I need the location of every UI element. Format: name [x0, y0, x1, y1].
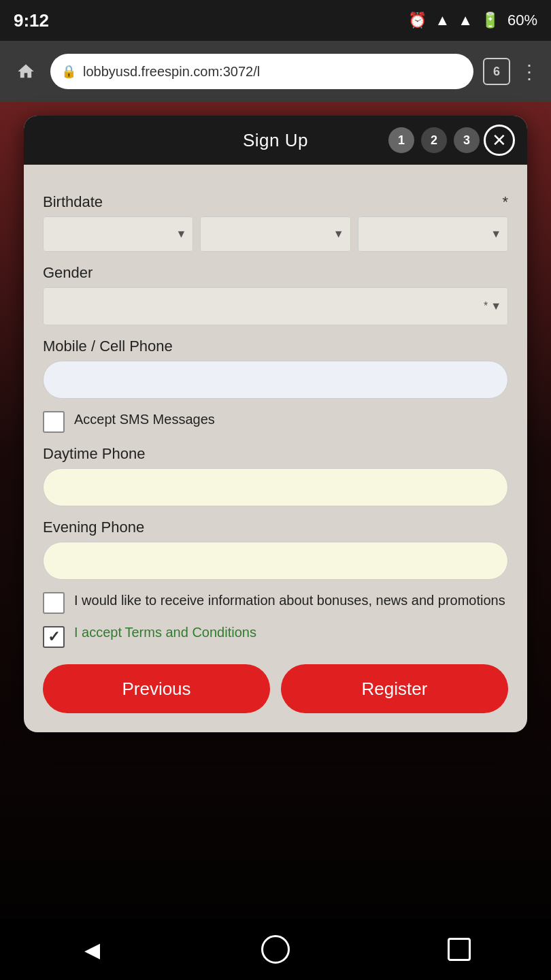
promotions-label: I would like to receive information abou… [74, 591, 505, 610]
close-button[interactable]: ✕ [484, 125, 515, 156]
home-nav-button[interactable] [255, 929, 296, 970]
terms-accept-text: I accept [74, 625, 122, 640]
signal-icon: ▲ [458, 12, 473, 29]
birthdate-row: JanFebMar AprMayJun JulAugSep OctNovDec … [43, 216, 508, 252]
birthdate-year-select[interactable] [358, 216, 508, 252]
terms-checkmark: ✓ [48, 628, 60, 646]
sms-checkbox[interactable] [43, 411, 65, 433]
birthdate-label: Birthdate [43, 193, 103, 211]
birthdate-year-wrapper: ▼ [358, 216, 508, 252]
birthdate-day-select[interactable] [200, 216, 350, 252]
bottom-nav: ◀ [0, 919, 551, 980]
status-time: 9:12 [14, 10, 49, 31]
tab-count-badge[interactable]: 6 [483, 58, 510, 85]
alarm-icon: ⏰ [408, 12, 427, 29]
gender-label: Gender [43, 264, 93, 282]
evening-phone-input[interactable] [43, 542, 508, 580]
menu-button[interactable]: ⋮ [520, 61, 540, 83]
recents-nav-square-icon [448, 938, 471, 961]
sms-label: Accept SMS Messages [74, 410, 215, 429]
wifi-icon: ▲ [435, 12, 450, 29]
home-button[interactable] [11, 56, 41, 86]
terms-link[interactable]: Terms and Conditions [125, 625, 256, 640]
sms-checkbox-row: Accept SMS Messages [43, 410, 508, 433]
gender-select[interactable]: Male Female Other [43, 287, 508, 325]
birthdate-month-select[interactable]: JanFebMar AprMayJun JulAugSep OctNovDec [43, 216, 193, 252]
modal-header: Sign Up 1 2 3 ✕ [24, 116, 527, 165]
battery-level: 60% [507, 12, 537, 29]
url-text: lobbyusd.freespin.com:3072/l [83, 64, 260, 80]
gender-select-wrapper: Male Female Other * ▼ [43, 287, 508, 325]
modal-body: Birthdate * JanFebMar AprMayJun JulAugSe… [24, 165, 527, 732]
background: Sign Up 1 2 3 ✕ Birthdate * [0, 102, 551, 980]
daytime-phone-input[interactable] [43, 468, 508, 506]
birthdate-required: * [502, 193, 508, 211]
status-icons: ⏰ ▲ ▲ 🔋 60% [408, 12, 537, 29]
lock-icon: 🔒 [61, 64, 76, 79]
promotions-checkbox[interactable] [43, 592, 65, 614]
step-3: 3 [454, 127, 480, 153]
birthdate-month-wrapper: JanFebMar AprMayJun JulAugSep OctNovDec … [43, 216, 193, 252]
register-button[interactable]: Register [281, 664, 508, 713]
mobile-label: Mobile / Cell Phone [43, 338, 173, 355]
previous-button[interactable]: Previous [43, 664, 270, 713]
gender-label-row: Gender [43, 264, 508, 282]
birthdate-label-row: Birthdate * [43, 193, 508, 211]
mobile-phone-input[interactable] [43, 361, 508, 399]
daytime-label-row: Daytime Phone [43, 445, 508, 463]
daytime-label: Daytime Phone [43, 445, 145, 463]
tab-count: 6 [493, 65, 500, 79]
modal-title: Sign Up [243, 130, 308, 151]
promotions-checkbox-row: I would like to receive information abou… [43, 591, 508, 614]
step-2: 2 [421, 127, 447, 153]
recents-nav-button[interactable] [439, 929, 480, 970]
terms-checkbox-row: ✓ I accept Terms and Conditions [43, 625, 508, 648]
step-1: 1 [388, 127, 414, 153]
mobile-label-row: Mobile / Cell Phone [43, 338, 508, 355]
browser-bar: 🔒 lobbyusd.freespin.com:3072/l 6 ⋮ [0, 41, 551, 102]
back-nav-button[interactable]: ◀ [71, 929, 112, 970]
evening-label-row: Evening Phone [43, 519, 508, 536]
step-indicators: 1 2 3 [388, 127, 480, 153]
address-bar[interactable]: 🔒 lobbyusd.freespin.com:3072/l [50, 54, 473, 89]
status-bar: 9:12 ⏰ ▲ ▲ 🔋 60% [0, 0, 551, 41]
buttons-row: Previous Register [43, 664, 508, 713]
battery-icon: 🔋 [481, 12, 499, 29]
home-nav-circle-icon [261, 935, 290, 964]
signup-modal: Sign Up 1 2 3 ✕ Birthdate * [24, 116, 527, 732]
evening-label: Evening Phone [43, 519, 144, 536]
terms-checkbox[interactable]: ✓ [43, 626, 65, 648]
birthdate-day-wrapper: ▼ [200, 216, 350, 252]
